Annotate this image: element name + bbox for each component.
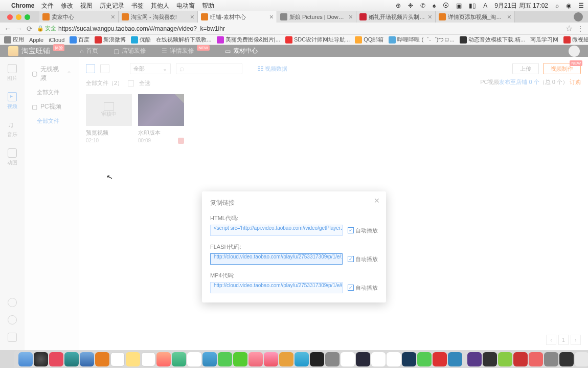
- dock-app[interactable]: [387, 352, 401, 366]
- bookmark-item[interactable]: 新浪微博: [95, 36, 126, 44]
- reload-button[interactable]: ⟳: [27, 25, 33, 33]
- page-number[interactable]: 1: [558, 335, 569, 345]
- bookmark-item[interactable]: iCloud: [49, 37, 64, 43]
- autoplay-checkbox[interactable]: ✓自动播放: [348, 255, 378, 263]
- make-video-button[interactable]: NEW视频制作: [543, 63, 581, 74]
- autoplay-checkbox[interactable]: ✓自动播放: [348, 227, 378, 234]
- video-thumb[interactable]: 审核中 预览视频 02:10: [86, 94, 132, 144]
- dock-photos[interactable]: [172, 352, 186, 366]
- rail-music[interactable]: ♫音乐: [7, 120, 17, 138]
- tab-close-icon[interactable]: ×: [190, 13, 194, 21]
- tab-close-icon[interactable]: ×: [428, 13, 432, 21]
- tab-close-icon[interactable]: ×: [111, 13, 115, 21]
- notifications-icon[interactable]: ☰: [578, 2, 584, 9]
- search-icon[interactable]: ⌕: [555, 2, 559, 9]
- nav-detail[interactable]: ☰ 详情装修NEW: [162, 47, 210, 55]
- siri-icon[interactable]: ◉: [566, 2, 571, 9]
- bookmark-item[interactable]: 美丽免费图像&图片|...: [217, 36, 280, 44]
- browser-tab[interactable]: 详情页添加视频_淘宝搜索×: [436, 11, 515, 23]
- bookmark-item[interactable]: 优酷: [131, 36, 151, 44]
- bookmark-item[interactable]: 在线视频解析下载教...: [156, 36, 211, 44]
- dock-notes[interactable]: [126, 352, 140, 366]
- dock-premiere[interactable]: [356, 352, 370, 366]
- list-view-button[interactable]: [100, 64, 109, 73]
- browser-tab[interactable]: 卖家中心×: [39, 11, 119, 23]
- menu-icon[interactable]: ⋮: [577, 25, 584, 33]
- browser-tab[interactable]: 淘宝网 - 淘我喜欢!×: [119, 11, 198, 23]
- dock-settings[interactable]: [325, 352, 340, 366]
- dock-app[interactable]: [310, 352, 324, 366]
- dock-qq[interactable]: [371, 352, 386, 366]
- status-icon[interactable]: ♠: [433, 2, 436, 9]
- sub-pc-video[interactable]: ▢ PC视频: [25, 99, 79, 114]
- profile-icon[interactable]: [574, 12, 583, 21]
- clock[interactable]: 9月21日 周五 17:02: [494, 2, 548, 10]
- dock-app[interactable]: [559, 352, 574, 366]
- filter-select[interactable]: 全部⌄: [130, 63, 171, 74]
- sub-allfiles-2[interactable]: 全部文件: [25, 114, 79, 128]
- menu-window[interactable]: 电动窗: [176, 2, 195, 10]
- dock-app[interactable]: [483, 352, 497, 366]
- battery-icon[interactable]: ▮▯: [469, 2, 476, 9]
- bookmark-item[interactable]: 南瓜学习网: [530, 36, 558, 44]
- bookmark-star-icon[interactable]: ☆: [566, 24, 573, 33]
- dock-calendar[interactable]: [110, 352, 125, 366]
- dock-mail[interactable]: [202, 352, 217, 366]
- status-icon[interactable]: ⊕: [396, 2, 401, 9]
- dock-messages[interactable]: [218, 352, 232, 366]
- user-avatar[interactable]: [569, 46, 580, 57]
- dock-books[interactable]: [279, 352, 293, 366]
- window-maximize[interactable]: [25, 14, 30, 20]
- browser-tab-active[interactable]: 旺铺-素材中心×: [198, 11, 277, 23]
- status-icon[interactable]: ▣: [456, 2, 462, 9]
- menu-bookmarks[interactable]: 书签: [131, 2, 144, 10]
- video-data-link[interactable]: ☷ 视频数据: [258, 65, 287, 73]
- nav-decorate[interactable]: ▢ 店铺装修: [114, 47, 146, 55]
- nav-home[interactable]: ⌂ 首页: [80, 47, 98, 55]
- site-logo[interactable]: 淘宝旺铺 体验: [8, 46, 64, 56]
- back-button[interactable]: ←: [4, 25, 11, 33]
- grid-view-button[interactable]: [86, 64, 95, 73]
- search-input[interactable]: ⌕: [176, 63, 242, 74]
- bookmark-item[interactable]: 百度: [70, 36, 89, 44]
- dock-app[interactable]: [187, 352, 201, 366]
- wifi-icon[interactable]: ⦿: [443, 2, 449, 9]
- rail-images[interactable]: 图片: [7, 64, 17, 82]
- modal-close-button[interactable]: ✕: [374, 197, 380, 205]
- bookmark-item[interactable]: 动态音效模板下载,精...: [460, 36, 525, 44]
- bookmark-item[interactable]: QQ邮箱: [355, 36, 383, 44]
- dock-app[interactable]: [448, 352, 462, 366]
- dock-reminders[interactable]: [141, 352, 155, 366]
- dock-app[interactable]: [498, 352, 512, 366]
- dock-wechat[interactable]: [417, 352, 432, 366]
- dock-app[interactable]: [95, 352, 109, 366]
- window-close[interactable]: [7, 14, 13, 20]
- apps-button[interactable]: 应用: [4, 36, 24, 44]
- app-name[interactable]: Chrome: [11, 2, 34, 9]
- dock-app[interactable]: [513, 352, 528, 366]
- dock-app[interactable]: [433, 352, 447, 366]
- dock-appstore[interactable]: [295, 352, 309, 366]
- dock-photoshop[interactable]: [402, 352, 416, 366]
- window-minimize[interactable]: [16, 14, 21, 20]
- bookmark-item[interactable]: 微视短视频下载...: [563, 36, 588, 44]
- nav-assets[interactable]: ▭ 素材中心: [225, 47, 258, 55]
- tab-close-icon[interactable]: ×: [349, 13, 353, 21]
- rail-gif[interactable]: 动图: [7, 148, 17, 166]
- url-field[interactable]: 🔒 安全 https://sucai.wangpu.taobao.com/#/m…: [37, 25, 561, 32]
- sub-allfiles-1[interactable]: 全部文件: [25, 85, 79, 99]
- menu-file[interactable]: 文件: [41, 2, 54, 10]
- dock-facetime[interactable]: [233, 352, 247, 366]
- dock-app[interactable]: [544, 352, 558, 366]
- dock-app[interactable]: [467, 352, 482, 366]
- dock-app[interactable]: [64, 352, 79, 366]
- dock-app[interactable]: [156, 352, 171, 366]
- edit-icon[interactable]: [8, 333, 17, 342]
- sub-wireless-video[interactable]: ▢ 无线视频 ⌃: [25, 62, 79, 85]
- tab-close-icon[interactable]: ×: [507, 13, 511, 21]
- video-thumb[interactable]: 水印版本 00:09: [138, 94, 184, 144]
- menu-view[interactable]: 视图: [80, 2, 93, 10]
- refresh-icon[interactable]: [8, 315, 17, 324]
- status-icon[interactable]: ❉: [408, 2, 413, 9]
- dock-app[interactable]: [529, 352, 543, 366]
